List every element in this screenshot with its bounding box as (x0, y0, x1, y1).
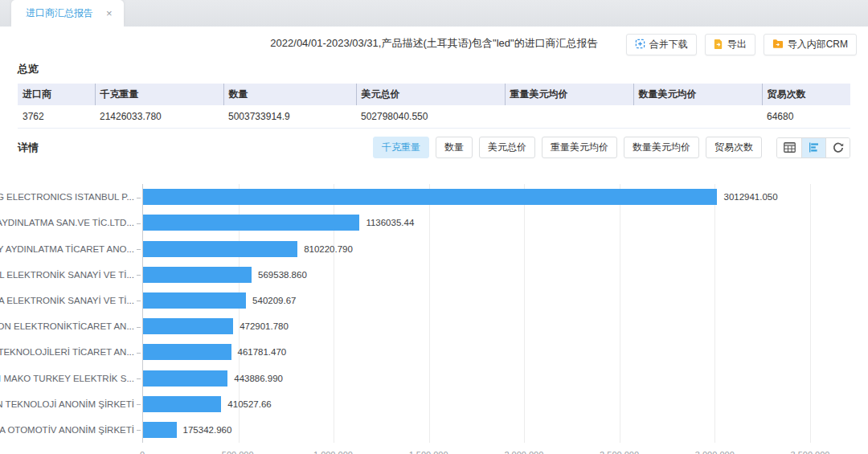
bar-value-label: 569538.860 (258, 267, 307, 283)
x-tick-label: 2,500,000 (600, 450, 639, 454)
import-crm-icon (772, 39, 784, 51)
metric-tab-2[interactable]: 美元总价 (479, 137, 535, 158)
import-crm-label: 导入内部CRM (788, 38, 848, 51)
bar-value-label: 3012941.050 (723, 189, 777, 205)
bar[interactable] (143, 344, 231, 360)
table-cell (633, 105, 762, 129)
bar[interactable] (143, 292, 246, 309)
column-header: 重量美元均价 (505, 84, 633, 105)
bar-row: 3012941.050 (143, 189, 810, 205)
view-switcher (776, 137, 850, 158)
merge-download-button[interactable]: 合并下载 (626, 34, 697, 55)
chart-x-axis: 0500,0001,000,0001,500,0002,000,0002,500… (142, 443, 810, 454)
metric-tab-5[interactable]: 贸易次数 (706, 137, 762, 158)
table-view-icon[interactable] (777, 138, 801, 157)
bar-row: 810220.790 (143, 241, 810, 257)
metric-tab-1[interactable]: 数量 (436, 137, 473, 158)
category-label: TP VISION ELEKTRONİKTİCARET AN... (0, 321, 142, 331)
x-tick-label: 500,000 (222, 450, 254, 454)
overview-table: 进口商千克重量数量美元总价重量美元均价数量美元均价贸易次数 3762214260… (18, 84, 850, 129)
x-tick-label: 1,000,000 (313, 450, 353, 454)
bar-row: 443886.990 (143, 370, 810, 387)
category-label: FARBA OTOMOTİV ANONİM ŞİRKETİ (0, 425, 142, 435)
report-content: 2022/04/01-2023/03/31,产品描述(土耳其语)包含"led"的… (0, 27, 868, 454)
bar-chart-view-icon[interactable] (801, 138, 825, 157)
bar[interactable] (143, 370, 227, 387)
detail-controls: 千克重量数量美元总价重量美元均价数量美元均价贸易次数 (373, 137, 850, 158)
metric-tab-0[interactable]: 千克重量 (373, 137, 429, 158)
bar-value-label: 1136035.44 (366, 215, 414, 231)
bar[interactable] (143, 189, 717, 205)
close-icon[interactable]: × (106, 8, 113, 18)
bar-value-label: 540209.67 (252, 292, 296, 309)
column-header: 进口商 (18, 84, 95, 105)
export-button[interactable]: 导出 (705, 34, 755, 55)
metric-tab-4[interactable]: 数量美元均价 (624, 137, 699, 158)
report-header: 2022/04/01-2023/03/31,产品描述(土耳其语)包含"led"的… (0, 27, 868, 60)
tab-import-report[interactable]: 进口商汇总报告 × (11, 0, 124, 27)
table-cell (505, 105, 633, 129)
column-header: 贸易次数 (762, 84, 850, 105)
bar-value-label: 810220.790 (304, 241, 353, 257)
table-cell: 502798040.550 (356, 105, 505, 129)
page-title: 2022/04/01-2023/03/31,产品描述(土耳其语)包含"led"的… (270, 36, 597, 51)
category-label: OSRAM TEKNOLOJİLERİ TİCARET AN... (0, 347, 142, 357)
bar-row: 569538.860 (143, 267, 810, 283)
column-header: 美元总价 (356, 84, 505, 105)
export-label: 导出 (727, 38, 747, 51)
table-cell: 21426033.780 (95, 105, 223, 129)
table-cell: 3762 (18, 105, 95, 129)
bar[interactable] (143, 318, 233, 334)
category-label: ATMACA ELEKTRONİK SANAYİ VE Tİ... (0, 296, 142, 305)
overview-section-label: 总览 (18, 62, 868, 76)
bar-row: 540209.67 (143, 292, 810, 309)
merge-download-label: 合并下载 (649, 38, 688, 51)
category-label: APRON TEKNOLOJİ ANONİM ŞİRKETİ (0, 399, 142, 409)
bar[interactable] (143, 396, 221, 412)
column-header: 千克重量 (95, 84, 223, 105)
merge-download-icon (635, 39, 645, 51)
category-label: VESTEL ELEKTRONİK SANAYİ VE Tİ... (0, 270, 142, 280)
tab-strip: 进口商汇总报告 × (0, 0, 868, 27)
bar[interactable] (143, 422, 177, 438)
metric-tabs: 千克重量数量美元总价重量美元均价数量美元均价贸易次数 (373, 137, 762, 158)
bar[interactable] (143, 215, 359, 231)
x-tick-label: 0 (140, 450, 145, 454)
bar-row: 461781.470 (143, 344, 810, 360)
plot-area: 3012941.0501136035.44810220.790569538.86… (142, 184, 810, 443)
x-tick-label: 3,000,000 (695, 450, 735, 454)
category-label: MARELLI MAKO TURKEY ELEKTRİK S... (0, 374, 142, 383)
table-cell: 64680 (762, 105, 850, 129)
bar[interactable] (143, 267, 252, 283)
import-crm-button[interactable]: 导入内部CRM (764, 34, 857, 55)
table-cell: 5003733914.9 (223, 105, 356, 129)
category-label: SAMSUNG ELECTRONICS ISTANBUL P... (0, 192, 142, 202)
tab-title: 进口商汇总报告 (26, 6, 93, 20)
bar-row: 410527.66 (143, 396, 810, 412)
x-tick-label: 1,500,000 (409, 450, 448, 454)
column-header: 数量 (223, 84, 356, 105)
bar-row: 1136035.44 (143, 215, 810, 231)
export-icon (714, 39, 723, 51)
overview-data-row: 376221426033.7805003733914.9502798040.55… (18, 105, 850, 129)
category-label: UĞUR AYDINLATMA SAN.VE TİC.LTD... (0, 218, 142, 227)
bar-value-label: 443886.990 (234, 370, 283, 387)
overview-header-row: 进口商千克重量数量美元总价重量美元均价数量美元均价贸易次数 (18, 84, 850, 105)
x-tick-label: 2,000,000 (504, 450, 543, 454)
bar-row: 175342.960 (143, 422, 810, 438)
x-tick-label: 3,500,000 (791, 450, 830, 454)
chart-category-labels: SAMSUNG ELECTRONICS ISTANBUL P...UĞUR AY… (0, 184, 142, 443)
detail-section-label: 详情 (18, 141, 39, 155)
refresh-icon[interactable] (825, 138, 850, 157)
metric-tab-3[interactable]: 重量美元均价 (542, 137, 617, 158)
bar-value-label: 472901.780 (240, 318, 289, 334)
bar-row: 472901.780 (143, 318, 810, 334)
header-buttons: 合并下载 导出 导入内部CRM (626, 34, 857, 55)
bar-value-label: 410527.66 (227, 396, 271, 412)
bar-value-label: 175342.960 (183, 422, 232, 438)
importer-bar-chart: SAMSUNG ELECTRONICS ISTANBUL P...UĞUR AY… (0, 184, 868, 454)
bar-value-label: 461781.470 (238, 344, 287, 360)
column-header: 数量美元均价 (633, 84, 762, 105)
bar[interactable] (143, 241, 297, 257)
gridline (810, 184, 811, 443)
